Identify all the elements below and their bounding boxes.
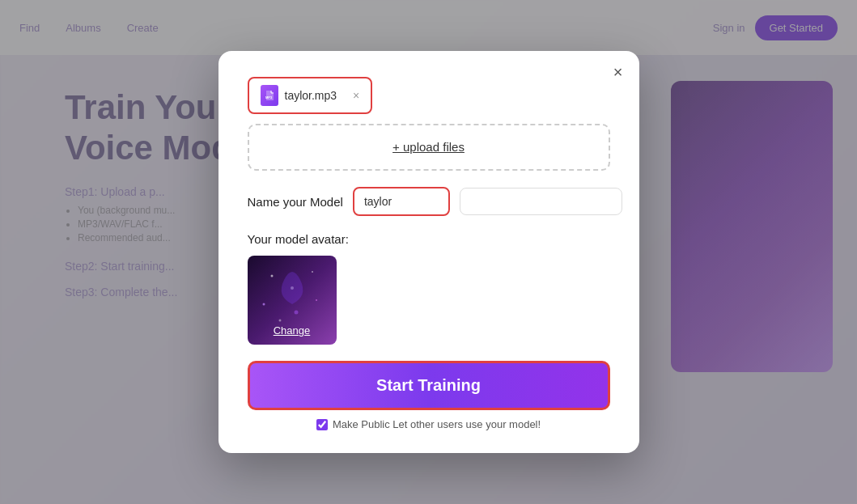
model-name-input[interactable] (353, 187, 450, 216)
svg-point-1 (270, 275, 273, 277)
model-name-input-rest[interactable] (460, 188, 622, 215)
modal-container: × MP3 taylor.mp3 × + upload files Name y… (218, 51, 639, 453)
upload-label: + upload files (392, 140, 465, 154)
svg-point-4 (262, 303, 265, 306)
modal-overlay: × MP3 taylor.mp3 × + upload files Name y… (0, 0, 857, 504)
file-type-icon: MP3 (261, 85, 278, 106)
make-public-label: Make Public Let other users use your mod… (333, 418, 541, 430)
model-name-row: Name your Model (248, 187, 610, 216)
model-name-label: Name your Model (248, 195, 343, 209)
svg-point-6 (294, 311, 298, 315)
svg-point-7 (278, 320, 281, 322)
make-public-checkbox[interactable] (316, 419, 328, 430)
make-public-row: Make Public Let other users use your mod… (248, 418, 610, 430)
avatar-section-label: Your model avatar: (248, 232, 610, 246)
avatar-box[interactable]: Change (248, 256, 337, 345)
svg-text:MP3: MP3 (265, 95, 273, 100)
file-chip: MP3 taylor.mp3 × (248, 77, 373, 114)
modal-close-button[interactable]: × (613, 64, 623, 80)
upload-area[interactable]: + upload files (248, 124, 610, 171)
svg-point-5 (316, 299, 317, 301)
file-remove-button[interactable]: × (353, 89, 359, 102)
svg-point-2 (312, 271, 313, 273)
start-training-button[interactable]: Start Training (248, 361, 610, 410)
file-name-label: taylor.mp3 (285, 89, 337, 102)
